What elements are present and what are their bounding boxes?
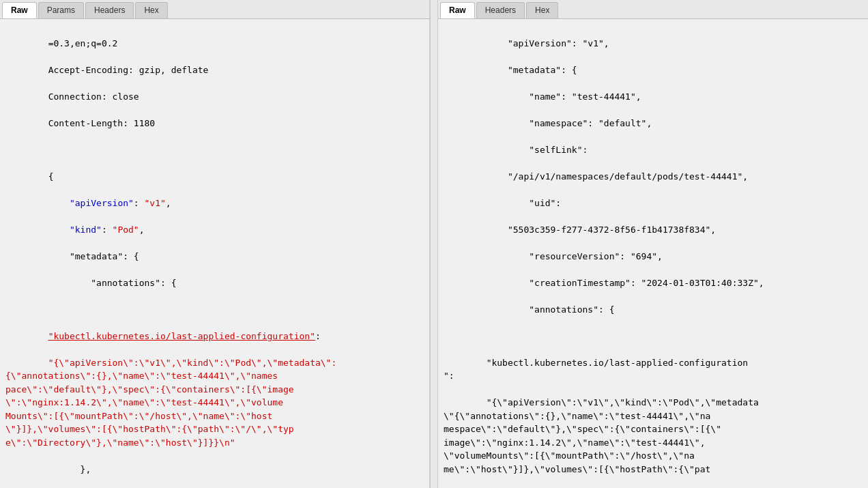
right-content: "apiVersion": "v1", "metadata": { "name"… [438,19,868,488]
right-code-block: "apiVersion": "v1", "metadata": { "name"… [444,23,863,488]
api-version-val: "v1" [145,198,166,208]
pane-splitter[interactable] [430,0,438,488]
header-line-2: Accept-Encoding: gzip, deflate [48,65,209,75]
kind-val: "Pod" [113,225,139,235]
left-tab-params[interactable]: Params [38,2,84,18]
r-last-applied-key: "kubectl.kubernetes.io/last-applied-conf… [444,358,748,382]
r-last-applied-val: "{\"apiVersion\":\"v1\",\"kind\":\"Pod\"… [444,397,759,474]
r-resourceversion: "resourceVersion": "694", [487,251,663,261]
r-uid-key: "uid": [487,198,562,208]
r-creationtimestamp: "creationTimestamp": "2024-01-03T01:40:3… [487,278,764,288]
json-indent4 [48,278,91,288]
r-uid-val: "5503c359-f277-4372-8f56-f1b41738f834", [487,225,717,235]
api-version-key: "apiVersion" [70,198,134,208]
r-selflink-key: "selfLink": [487,145,588,155]
r-metadata: "metadata": { [487,65,577,75]
left-tab-headers[interactable]: Headers [85,2,134,18]
r-namespace: "namespace": "default", [487,118,652,128]
colon3: : [315,331,321,341]
json-indent5 [48,464,81,474]
json-open: { [48,171,54,182]
header-line-4: Content-Length: 1180 [48,118,156,128]
right-tab-bar: Raw Headers Hex [438,0,868,19]
last-applied-key: "kubectl.kubernetes.io/last-applied-conf… [48,331,315,341]
r-name: "name": "test-44441", [487,91,641,102]
r-selflink-val: "/api/v1/namespaces/default/pods/test-44… [487,171,749,182]
kind-key: "kind" [70,225,102,235]
right-tab-hex[interactable]: Hex [526,2,558,18]
right-tab-headers[interactable]: Headers [476,2,525,18]
comma1: , [166,198,171,208]
last-applied-val-line1: "{\"apiVersion\":\"v1\",\"kind\":\"Pod\"… [5,358,336,448]
json-indent2 [48,225,70,235]
header-line-1: =0.3,en;q=0.2 [48,38,118,48]
colon2: : [102,225,113,235]
comma2: , [139,225,145,235]
right-pane: Raw Headers Hex "apiVersion": "v1", "met… [438,0,868,488]
right-tab-raw[interactable]: Raw [440,2,475,18]
left-tab-raw[interactable]: Raw [2,2,37,18]
r-annotations: "annotations": { [487,304,615,315]
colon1: : [134,198,145,208]
r-api-version: "apiVersion": "v1", [487,38,609,48]
header-line-3: Connection: close [48,91,139,102]
annotations-key: "annotations": { [91,278,176,288]
json-indent1 [48,198,70,208]
metadata-key: "metadata": { [70,251,139,261]
left-tab-hex[interactable]: Hex [135,2,167,18]
json-indent3 [48,251,70,261]
left-code-block: =0.3,en;q=0.2 Accept-Encoding: gzip, def… [5,23,424,488]
left-tab-bar: Raw Params Headers Hex [0,0,429,19]
left-content: =0.3,en;q=0.2 Accept-Encoding: gzip, def… [0,19,429,488]
left-pane: Raw Params Headers Hex =0.3,en;q=0.2 Acc… [0,0,430,488]
closing-brace: }, [81,464,91,474]
